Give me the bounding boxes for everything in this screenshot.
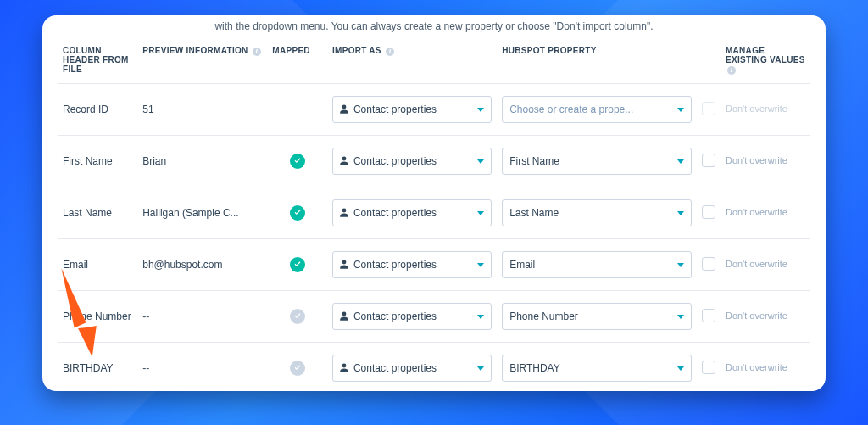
- overwrite-checkbox: [702, 102, 715, 115]
- th-mapped: MAPPED: [267, 41, 327, 84]
- table-row: Phone Number--Contact propertiesPhone Nu…: [58, 291, 810, 343]
- hubspot-property-select[interactable]: Phone Number: [502, 303, 692, 330]
- overwrite-label: Don't overwrite: [721, 291, 810, 343]
- hubspot-property-cell: Last Name: [497, 187, 697, 239]
- caret-down-icon: [477, 108, 484, 112]
- th-preview-label: PREVIEW INFORMATION: [142, 46, 248, 55]
- import-as-value: Contact properties: [353, 207, 437, 219]
- preview-cell: --: [137, 343, 267, 392]
- caret-down-icon: [477, 366, 484, 371]
- overwrite-checkbox-cell: [697, 343, 721, 392]
- check-dim-icon: [290, 309, 305, 324]
- import-as-cell: Contact properties: [327, 291, 497, 343]
- th-import-as-label: IMPORT AS: [332, 46, 381, 55]
- overwrite-checkbox-cell: [697, 291, 721, 343]
- table-row: Record ID51Contact propertiesChoose or c…: [58, 84, 810, 136]
- caret-down-icon: [477, 211, 484, 215]
- hubspot-property-value: First Name: [509, 155, 559, 167]
- import-as-select[interactable]: Contact properties: [332, 96, 492, 123]
- overwrite-checkbox-cell: [697, 239, 721, 291]
- caret-down-icon: [677, 263, 684, 267]
- overwrite-checkbox[interactable]: [702, 361, 715, 374]
- overwrite-label: Don't overwrite: [721, 187, 810, 239]
- import-as-value: Contact properties: [353, 155, 437, 167]
- th-preview: PREVIEW INFORMATION i: [137, 41, 267, 84]
- import-as-select[interactable]: Contact properties: [332, 148, 492, 175]
- hubspot-property-cell: BIRTHDAY: [497, 343, 697, 392]
- mapped-cell: [267, 136, 327, 187]
- caret-down-icon: [677, 159, 684, 164]
- overwrite-label: Don't overwrite: [721, 136, 810, 187]
- import-as-cell: Contact properties: [327, 84, 497, 136]
- caret-down-icon: [677, 108, 684, 112]
- import-as-select[interactable]: Contact properties: [332, 251, 492, 278]
- hubspot-property-value: Last Name: [509, 207, 559, 219]
- mapped-cell: [267, 239, 327, 291]
- overwrite-label: Don't overwrite: [721, 343, 810, 392]
- info-icon[interactable]: i: [386, 48, 394, 56]
- column-header-cell: Last Name: [58, 187, 137, 239]
- overwrite-checkbox[interactable]: [702, 257, 715, 271]
- import-as-value: Contact properties: [353, 362, 437, 374]
- import-mapping-card: with the dropdown menu. You can always c…: [42, 15, 826, 391]
- hubspot-property-cell: First Name: [497, 136, 697, 187]
- preview-cell: bh@hubspot.com: [137, 239, 267, 291]
- import-as-cell: Contact properties: [327, 343, 497, 392]
- hubspot-property-value: Email: [509, 259, 535, 271]
- caret-down-icon: [677, 211, 684, 215]
- info-icon[interactable]: i: [727, 66, 736, 75]
- column-header-cell: Record ID: [58, 84, 137, 136]
- hubspot-property-cell: Email: [497, 239, 697, 291]
- check-icon: [290, 154, 305, 169]
- mapped-cell: [267, 187, 327, 239]
- preview-cell: Halligan (Sample C...: [137, 187, 267, 239]
- th-manage: MANAGE EXISTING VALUES i: [721, 41, 810, 84]
- check-icon: [290, 257, 305, 272]
- caret-down-icon: [477, 159, 484, 164]
- preview-cell: Brian: [137, 136, 267, 187]
- import-as-select[interactable]: Contact properties: [332, 199, 492, 226]
- hubspot-property-value: Choose or create a prope...: [509, 103, 633, 115]
- overwrite-checkbox-cell: [697, 136, 721, 187]
- check-icon: [290, 205, 305, 221]
- preview-cell: --: [137, 291, 267, 343]
- th-import-as: IMPORT AS i: [327, 41, 497, 84]
- overwrite-checkbox[interactable]: [702, 309, 715, 322]
- hubspot-property-select[interactable]: BIRTHDAY: [502, 355, 692, 382]
- import-as-cell: Contact properties: [327, 187, 497, 239]
- overwrite-checkbox-cell: [697, 84, 721, 136]
- import-as-cell: Contact properties: [327, 239, 497, 291]
- import-as-value: Contact properties: [353, 259, 437, 271]
- import-as-value: Contact properties: [353, 310, 437, 322]
- th-column: COLUMN HEADER FROM FILE: [58, 41, 137, 84]
- caret-down-icon: [677, 366, 684, 371]
- import-as-cell: Contact properties: [327, 136, 497, 187]
- hubspot-property-cell: Choose or create a prope...: [497, 84, 697, 136]
- mapped-cell: [267, 291, 327, 343]
- mapped-cell: [267, 343, 327, 392]
- table-row: BIRTHDAY--Contact propertiesBIRTHDAYDon'…: [58, 343, 810, 392]
- import-as-select[interactable]: Contact properties: [332, 355, 492, 382]
- hubspot-property-select[interactable]: Email: [502, 251, 692, 278]
- table-row: Last NameHalligan (Sample C...Contact pr…: [58, 187, 810, 239]
- hubspot-property-select[interactable]: Last Name: [502, 199, 692, 226]
- import-as-select[interactable]: Contact properties: [332, 303, 492, 330]
- caret-down-icon: [477, 315, 484, 319]
- overwrite-label: Don't overwrite: [721, 84, 810, 136]
- hubspot-property-select[interactable]: First Name: [502, 148, 692, 175]
- mapping-table: COLUMN HEADER FROM FILE PREVIEW INFORMAT…: [58, 41, 810, 391]
- overwrite-checkbox[interactable]: [702, 154, 715, 167]
- th-hubspot: HUBSPOT PROPERTY: [497, 41, 697, 84]
- mapped-cell: [267, 84, 327, 136]
- overwrite-label: Don't overwrite: [721, 239, 810, 291]
- th-manage-label: MANAGE EXISTING VALUES: [726, 46, 805, 64]
- column-header-cell: First Name: [58, 136, 137, 187]
- hubspot-property-select[interactable]: Choose or create a prope...: [502, 96, 692, 123]
- overwrite-checkbox[interactable]: [702, 205, 715, 219]
- hubspot-property-value: BIRTHDAY: [509, 362, 560, 374]
- info-icon[interactable]: i: [253, 48, 261, 56]
- overwrite-checkbox-cell: [697, 187, 721, 239]
- hubspot-property-cell: Phone Number: [497, 291, 697, 343]
- import-as-value: Contact properties: [353, 103, 437, 115]
- intro-text: with the dropdown menu. You can always c…: [58, 15, 810, 41]
